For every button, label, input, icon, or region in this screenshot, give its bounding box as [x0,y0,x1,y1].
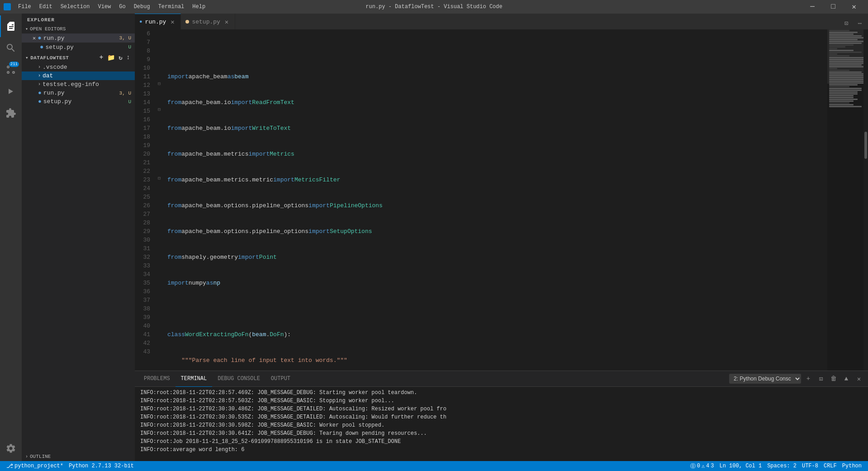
tab-setup-py[interactable]: setup.py ✕ [181,14,235,29]
outline-header[interactable]: › OUTLINE [22,452,135,461]
menu-debug[interactable]: Debug [130,3,154,11]
setup-py-file-icon: ● [38,98,42,105]
fold-17[interactable]: ⊟ [158,81,161,86]
activity-source-control[interactable]: 211 [0,59,22,81]
maximize-button[interactable]: □ [823,0,844,14]
status-python[interactable]: Python 2.7.13 32-bit [66,461,137,471]
outline-section: › OUTLINE [22,452,135,461]
open-editors-section[interactable]: ▾ OPEN EDITORS [22,24,135,33]
code-line-7: import apache_beam as beam [167,72,827,81]
run-py-tree-name: run.py [43,90,119,96]
line-28: 28 [135,219,154,227]
open-editor-run-py-name: run.py [43,35,119,42]
new-file-icon[interactable]: + [99,53,104,62]
activity-search[interactable] [0,37,22,59]
menu-edit[interactable]: Edit [36,3,56,11]
menu-view[interactable]: View [94,3,114,11]
panel-tab-debug-console[interactable]: DEBUG CONSOLE [212,371,266,387]
mm-6 [829,39,858,40]
editor-area: ● run.py ✕ setup.py ✕ ⊡ ⋯ 6 7 [135,14,868,461]
menu-help[interactable]: Help [189,3,209,11]
close-button[interactable]: ✕ [844,0,864,14]
add-terminal-btn[interactable]: + [803,373,814,384]
mm-26 [829,75,866,76]
dataflowtest-label: DATAFLOWTEST [30,55,69,61]
mm-39 [829,99,858,100]
status-errors[interactable]: ⓪ 0 ⚠ 4 3 [688,461,717,471]
mm-27 [829,77,866,78]
mm-21 [829,66,866,67]
collapse-icon[interactable]: ↕ [125,53,131,62]
line-43: 43 [135,347,154,356]
open-editor-run-py[interactable]: ✕ ● run.py 3, U [22,33,135,43]
line-numbers: 6 7 8 9 10 11 12 13 14 15 16 17 18 19 [135,29,157,371]
line-33: 33 [135,262,154,270]
line-14: 14 [135,98,154,107]
menu-bar: File Edit Selection View Go Debug Termin… [14,3,209,11]
tree-vscode[interactable]: › .vscode [22,63,135,71]
mm-29 [829,81,866,82]
open-editors-chevron: ▾ [25,26,28,32]
menu-terminal[interactable]: Terminal [155,3,188,11]
status-git[interactable]: ⎇ python_project* [4,461,66,471]
mm-14 [829,53,837,55]
window-controls: ─ □ ✕ [802,0,864,14]
activity-run[interactable] [0,81,22,102]
activity-bar-bottom [0,438,22,461]
activity-extensions[interactable] [0,102,22,124]
mm-10 [829,46,845,48]
line-37: 37 [135,296,154,304]
split-terminal-btn[interactable]: ⊡ [816,373,826,384]
mm-8 [829,43,862,44]
mm-42 [829,104,854,105]
line-8: 8 [135,47,154,55]
code-line-13: from apache_beam.options.pipeline_option… [167,227,827,236]
menu-file[interactable]: File [14,3,35,11]
minimize-button[interactable]: ─ [802,0,823,14]
scrollbar-thumb[interactable] [864,132,867,159]
mm-32 [829,86,849,87]
tab-run-py[interactable]: ● run.py ✕ [135,14,181,29]
minimap-lines [827,29,868,371]
status-eol[interactable]: CRLF [821,461,840,471]
more-tabs-btn[interactable]: ⋯ [854,17,866,29]
tree-run-py[interactable]: ● run.py 3, U [22,89,135,97]
dataflowtest-section-header[interactable]: ▾ DATAFLOWTEST + 📁 ↻ ↕ [22,52,135,63]
close-panel-btn[interactable]: ✕ [854,373,864,384]
close-icon-run[interactable]: ✕ [33,35,36,42]
split-editor-btn[interactable]: ⊡ [840,17,853,29]
tree-setup-py[interactable]: ● setup.py U [22,97,135,106]
tab-run-py-close[interactable]: ✕ [169,18,176,26]
activity-settings[interactable] [0,438,22,459]
code-content[interactable]: import apache_beam as beam from apache_b… [164,29,827,371]
terminal-content[interactable]: INFO:root:2018-11-22T02:28:57.469Z: JOB_… [135,387,868,461]
vertical-scrollbar[interactable] [863,29,868,371]
terminal-selector[interactable]: 2: Python Debug Consc [729,374,801,384]
maximize-panel-btn[interactable]: ▲ [841,373,852,384]
fold-20[interactable]: ⊟ [158,107,161,112]
encoding-label: UTF-8 [802,463,818,469]
status-encoding[interactable]: UTF-8 [799,461,821,471]
line-13: 13 [135,90,154,98]
new-folder-icon[interactable]: 📁 [106,53,116,62]
status-language[interactable]: Python [840,461,864,471]
tab-setup-py-close[interactable]: ✕ [223,18,230,26]
status-spaces[interactable]: Spaces: 2 [764,461,799,471]
fold-28[interactable]: ⊟ [158,176,161,181]
refresh-icon[interactable]: ↻ [118,53,123,62]
line-39: 39 [135,313,154,322]
status-ln-col[interactable]: Ln 100, Col 1 [717,461,765,471]
tree-testset[interactable]: › testset.egg-info [22,80,135,89]
panel-tab-output[interactable]: OUTPUT [266,371,296,387]
panel-tab-terminal[interactable]: TERMINAL [175,371,213,387]
code-scroll-area[interactable]: 6 7 8 9 10 11 12 13 14 15 16 17 18 19 [135,29,868,371]
line-6: 6 [135,29,154,38]
menu-selection[interactable]: Selection [57,3,94,11]
open-editor-setup-py[interactable]: ● setup.py U [22,43,135,52]
menu-go[interactable]: Go [115,3,129,11]
activity-explorer[interactable] [0,15,22,37]
tree-dat[interactable]: › dat [22,71,135,80]
delete-terminal-btn[interactable]: 🗑 [828,373,839,384]
panel-tab-problems[interactable]: PROBLEMS [138,371,175,387]
line-31: 31 [135,244,154,253]
